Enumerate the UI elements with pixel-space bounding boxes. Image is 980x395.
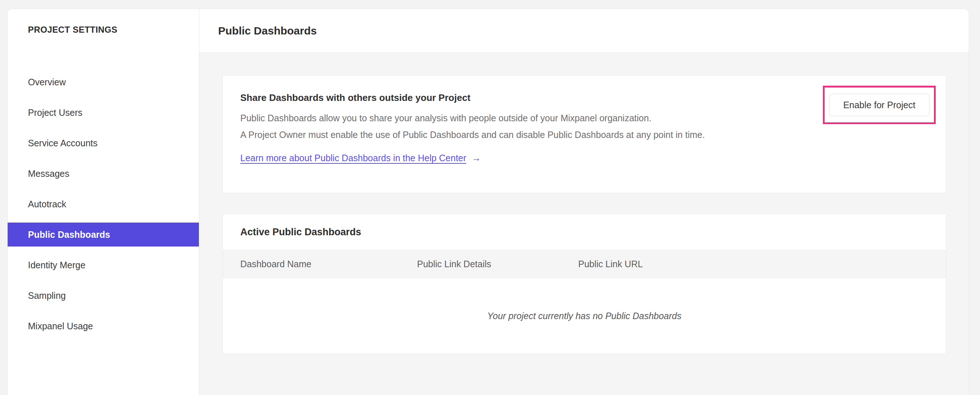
sidebar-title: PROJECT SETTINGS <box>28 25 117 35</box>
share-dashboards-card: Share Dashboards with others outside you… <box>223 75 946 193</box>
active-card-heading-row: Active Public Dashboards <box>223 214 946 250</box>
sidebar-item-mixpanel-usage[interactable]: Mixpanel Usage <box>8 314 199 338</box>
column-dashboard-name: Dashboard Name <box>240 259 312 269</box>
sidebar-item-project-users[interactable]: Project Users <box>8 100 199 124</box>
share-card-description-line1: Public Dashboards allow you to share you… <box>240 110 719 126</box>
settings-panel: PROJECT SETTINGS Overview Project Users … <box>7 9 969 395</box>
sidebar-item-public-dashboards[interactable]: Public Dashboards <box>8 223 199 247</box>
column-public-link-url: Public Link URL <box>578 259 643 269</box>
help-link-row: Learn more about Public Dashboards in th… <box>240 153 946 164</box>
sidebar-item-service-accounts[interactable]: Service Accounts <box>8 131 199 155</box>
sidebar: PROJECT SETTINGS Overview Project Users … <box>8 9 199 395</box>
page-title: Public Dashboards <box>218 25 317 37</box>
arrow-right-icon: → <box>472 153 481 164</box>
table-header-row: Dashboard Name Public Link Details Publi… <box>223 250 946 278</box>
enable-for-project-button[interactable]: Enable for Project <box>829 94 929 116</box>
share-card-description-line2: A Project Owner must enable the use of P… <box>240 126 719 143</box>
help-center-link[interactable]: Learn more about Public Dashboards in th… <box>240 153 466 163</box>
empty-state-message: Your project currently has no Public Das… <box>223 278 946 354</box>
column-public-link-details: Public Link Details <box>417 259 491 269</box>
sidebar-item-identity-merge[interactable]: Identity Merge <box>8 253 199 277</box>
content-area: Share Dashboards with others outside you… <box>199 53 969 395</box>
main-area: Public Dashboards Share Dashboards with … <box>199 9 969 395</box>
page-header: Public Dashboards <box>199 9 969 53</box>
sidebar-nav: Overview Project Users Service Accounts … <box>8 70 199 344</box>
sidebar-item-overview[interactable]: Overview <box>8 70 199 94</box>
active-dashboards-card: Active Public Dashboards Dashboard Name … <box>223 214 946 354</box>
sidebar-item-sampling[interactable]: Sampling <box>8 284 199 307</box>
sidebar-item-messages[interactable]: Messages <box>8 162 199 186</box>
active-card-heading: Active Public Dashboards <box>240 226 361 238</box>
page: { "colors": { "accent": "#5449DC", "link… <box>0 0 980 395</box>
annotation-highlight-box: Enable for Project <box>823 86 936 124</box>
sidebar-item-autotrack[interactable]: Autotrack <box>8 192 199 216</box>
